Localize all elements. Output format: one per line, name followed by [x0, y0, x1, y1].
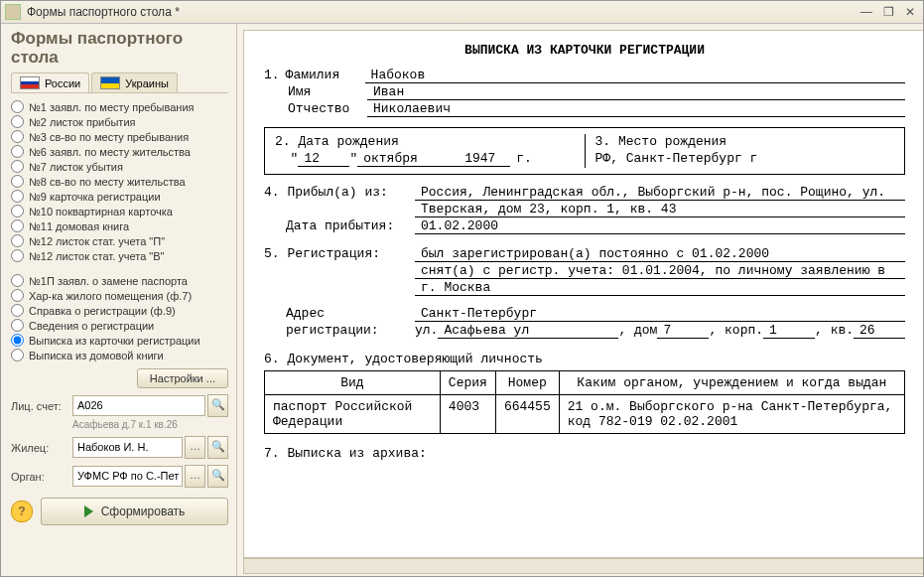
- titlebar: Формы паспортного стола * — ❐ ✕: [1, 1, 923, 24]
- account-row: Лиц. счет: A026 🔍: [11, 394, 228, 417]
- flag-ukraine-icon: [100, 76, 120, 89]
- form-radio-b-3[interactable]: Сведения о регистрации: [11, 318, 228, 333]
- tenant-input[interactable]: Набоков И. Н.: [72, 437, 183, 458]
- form-radio-a-6[interactable]: №9 карточка регистрации: [11, 189, 228, 204]
- document-paper: ВЫПИСКА ИЗ КАРТОЧКИ РЕГИСТРАЦИИ 1.Фамили…: [243, 30, 923, 558]
- value-reg-house: 7: [657, 323, 709, 339]
- form-radio-a-5[interactable]: №8 св-во по месту жительства: [11, 174, 228, 189]
- tab-ukraine[interactable]: Украины: [91, 72, 178, 92]
- window-title: Формы паспортного стола *: [27, 5, 180, 19]
- form-radio-b-1[interactable]: Хар-ка жилого помещения (ф.7): [11, 288, 228, 303]
- value-reg-flat: 26: [854, 323, 905, 339]
- tenant-lookup-button[interactable]: 🔍: [207, 436, 228, 459]
- form-radio-a-10[interactable]: №12 листок стат. учета "В": [11, 248, 228, 263]
- form-radio-list: №1 заявл. по месту пребывания№2 листок п…: [11, 99, 228, 362]
- value-reg-1: был зарегистрирован(а) постоянно с 01.02…: [415, 246, 905, 262]
- minimize-button[interactable]: —: [858, 5, 875, 19]
- value-arrived-from-1: Россия, Ленинградская обл., Выборгский р…: [415, 185, 905, 201]
- country-tabs: России Украины: [11, 72, 228, 93]
- preview-pane: ВЫПИСКА ИЗ КАРТОЧКИ РЕГИСТРАЦИИ 1.Фамили…: [237, 24, 923, 576]
- organ-row: Орган: УФМС РФ по С.-Пет … 🔍: [11, 465, 228, 488]
- value-reg-korp: 1: [763, 323, 815, 339]
- form-radio-b-4[interactable]: Выписка из карточки регистрации: [11, 333, 228, 348]
- value-arrival-date: 01.02.2000: [415, 218, 905, 234]
- account-label: Лиц. счет:: [11, 400, 72, 412]
- form-radio-a-3[interactable]: №6 заявл. по месту жительства: [11, 144, 228, 159]
- form-radio-b-2[interactable]: Справка о регистрации (ф.9): [11, 303, 228, 318]
- value-dob-month: октября: [357, 151, 459, 167]
- play-icon: [84, 505, 93, 517]
- value-reg-3: г. Москва: [415, 280, 905, 296]
- form-radio-a-7[interactable]: №10 поквартирная карточка: [11, 204, 228, 218]
- form-radio-a-1[interactable]: №2 листок прибытия: [11, 114, 228, 129]
- settings-button[interactable]: Настройки ...: [137, 368, 228, 388]
- value-surname: Набоков: [365, 68, 905, 83]
- value-name: Иван: [367, 84, 905, 100]
- form-radio-a-0[interactable]: №1 заявл. по месту пребывания: [11, 99, 228, 114]
- account-hint: Асафьева д.7 к.1 кв.26: [72, 419, 228, 430]
- flag-russia-icon: [20, 76, 40, 89]
- organ-lookup-button[interactable]: 🔍: [207, 465, 228, 488]
- organ-more-button[interactable]: …: [185, 465, 205, 488]
- tab-russia[interactable]: России: [11, 72, 89, 92]
- close-button[interactable]: ✕: [901, 5, 919, 19]
- value-dob-year: 1947: [459, 151, 510, 167]
- table-row: паспорт Российской Федерации 4003 664455…: [265, 395, 905, 434]
- form-radio-a-2[interactable]: №3 св-во по месту пребывания: [11, 129, 228, 144]
- form-radio-b-5[interactable]: Выписка из домовой книги: [11, 348, 228, 362]
- form-radio-a-4[interactable]: №7 листок убытия: [11, 159, 228, 174]
- form-radio-a-9[interactable]: №12 листок стат. учета "П": [11, 233, 228, 248]
- app-window: Формы паспортного стола * — ❐ ✕ Формы па…: [0, 0, 924, 577]
- generate-button[interactable]: Сформировать: [41, 498, 228, 525]
- tenant-label: Жилец:: [11, 442, 72, 454]
- help-button[interactable]: ?: [11, 501, 33, 522]
- form-radio-a-8[interactable]: №11 домовая книга: [11, 218, 228, 233]
- identity-doc-table: Вид Серия Номер Каким органом, учреждени…: [264, 370, 905, 434]
- value-pob: РФ, Санкт-Петербург г: [595, 151, 895, 166]
- organ-label: Орган:: [11, 471, 72, 483]
- doc-title: ВЫПИСКА ИЗ КАРТОЧКИ РЕГИСТРАЦИИ: [264, 43, 905, 58]
- value-reg-city: Санкт-Петербург: [415, 306, 905, 322]
- horizontal-scrollbar[interactable]: [243, 558, 923, 574]
- value-patronymic: Николаевич: [367, 101, 905, 117]
- organ-input[interactable]: УФМС РФ по С.-Пет: [72, 466, 183, 487]
- value-arrived-from-2: Тверская, дом 23, корп. 1, кв. 43: [415, 202, 905, 217]
- account-input[interactable]: A026: [72, 395, 205, 416]
- value-reg-2: снят(а) с регистр. учета: 01.01.2004, по…: [415, 263, 905, 279]
- value-dob-day: 12: [298, 151, 349, 167]
- value-reg-street: Асафьева ул: [438, 323, 618, 339]
- account-lookup-button[interactable]: 🔍: [207, 394, 228, 417]
- birth-box: 2. Дата рождения " 12 " октября 1947 г. …: [264, 127, 905, 175]
- tenant-more-button[interactable]: …: [185, 436, 205, 459]
- maximize-button[interactable]: ❐: [879, 5, 897, 19]
- sidebar-heading: Формы паспортного стола: [11, 30, 228, 67]
- tenant-row: Жилец: Набоков И. Н. … 🔍: [11, 436, 228, 459]
- form-radio-b-0[interactable]: №1П заявл. о замене паспорта: [11, 273, 228, 288]
- sidebar: Формы паспортного стола России Украины №…: [1, 24, 237, 576]
- app-icon: [5, 4, 21, 20]
